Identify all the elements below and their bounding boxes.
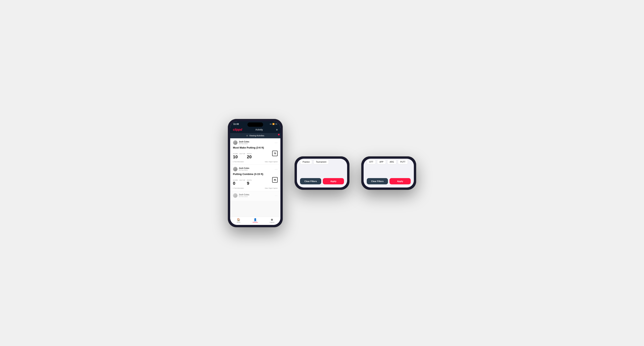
- user-name-3: Josh Coles: [239, 193, 249, 196]
- screen-content-1: Josh Coles 28 Feb 2023 ··· Must Make Put…: [230, 138, 280, 217]
- score-label-2: Score: [233, 179, 238, 181]
- data-info-2: Data: Clippd Capture: [265, 187, 278, 189]
- user-date-2: 28 Feb 2023: [239, 169, 249, 171]
- out-of-1: OUT OF: [240, 153, 245, 155]
- battery-icon: 31: [275, 123, 277, 125]
- shots-label-1: Shots: [247, 153, 252, 154]
- more-dots-3[interactable]: ···: [275, 194, 278, 197]
- shot-quality-badge-2: 45: [272, 177, 278, 182]
- home-label: Home: [237, 222, 240, 223]
- scene: 11:33 ▪▪▪ 📶 31 clippd Activity ≡ ⚙ Viewi…: [216, 107, 428, 239]
- card-header-2: Josh Coles 28 Feb 2023 ···: [233, 167, 278, 172]
- shots-value-1: 20: [247, 154, 252, 159]
- filter-icon-1: ⚙: [246, 135, 248, 137]
- status-bar-1: 11:33 ▪▪▪ 📶 31: [230, 121, 280, 126]
- phone-2: 11:33 ▪▪▪ 📶 31 clippd Activity ≡ ⚙ Viewi…: [294, 156, 350, 190]
- spacer-2: [300, 167, 344, 175]
- card-footer-2: ℹ Test Information Data: Clippd Capture: [233, 187, 278, 189]
- drills-buttons-3: OTT APP ARG PUTT: [367, 160, 411, 164]
- activity-card-1: Josh Coles 28 Feb 2023 ··· Must Make Put…: [230, 138, 280, 165]
- score-value-2: 0: [233, 181, 235, 186]
- notification-dot-1: [278, 134, 280, 135]
- more-dots-1[interactable]: ···: [275, 141, 278, 144]
- filter-modal-2: Filter ✕ Show Rounds Practice Drills Rou…: [297, 159, 347, 187]
- apply-btn-3[interactable]: Apply: [390, 178, 411, 184]
- phone-1: 11:33 ▪▪▪ 📶 31 clippd Activity ≡ ⚙ Viewi…: [228, 119, 283, 227]
- status-icons-1: ▪▪▪ 📶 31: [270, 123, 277, 125]
- clear-filters-btn-3[interactable]: Clear Filters: [367, 178, 388, 184]
- activity-card-3: Josh Coles 28 Feb 2023 ···: [230, 191, 280, 201]
- user-name-1: Josh Coles: [239, 141, 249, 143]
- out-of-2: OUT OF: [240, 179, 245, 181]
- user-date-3: 28 Feb 2023: [239, 196, 249, 197]
- viewing-text-1: Viewing Activities: [249, 135, 264, 137]
- score-value-1: 10: [233, 154, 238, 159]
- apply-btn-2[interactable]: Apply: [323, 178, 344, 184]
- activities-label: Activities: [252, 222, 258, 223]
- more-dots-2[interactable]: ···: [275, 168, 278, 171]
- time-1: 11:33: [233, 123, 239, 125]
- putt-btn-3[interactable]: PUTT: [398, 160, 408, 164]
- data-info-1: Data: Clippd Capture: [265, 161, 278, 163]
- phone-3: 11:33 ▪▪▪ 📶 31 clippd Activity ≡ ⚙ Viewi…: [361, 156, 416, 190]
- nav-capture-1[interactable]: ⊕ Capture: [264, 218, 280, 223]
- header-title-1: Activity: [255, 128, 263, 131]
- drills-section-3: Practice Drills OTT APP ARG PUTT: [367, 159, 411, 164]
- rounds-section-2: Rounds Practice Tournament: [300, 159, 344, 164]
- card-header-1: Josh Coles 28 Feb 2023 ···: [233, 140, 278, 145]
- arg-btn-3[interactable]: ARG: [387, 160, 396, 164]
- user-name-2: Josh Coles: [239, 167, 249, 169]
- spacer-3: [367, 167, 411, 175]
- card-header-3: Josh Coles 28 Feb 2023 ···: [233, 193, 278, 198]
- avatar-3: [233, 193, 238, 198]
- clear-filters-btn-2[interactable]: Clear Filters: [300, 178, 321, 184]
- phone-2-screen: 11:33 ▪▪▪ 📶 31 clippd Activity ≡ ⚙ Viewi…: [297, 159, 347, 187]
- rounds-buttons-2: Practice Tournament: [300, 160, 344, 164]
- test-info-1: ℹ Test Information: [233, 161, 244, 163]
- modal-actions-2: Clear Filters Apply: [300, 178, 344, 184]
- card-footer-1: ℹ Test Information Data: Clippd Capture: [233, 161, 278, 163]
- avatar-1: [233, 140, 238, 145]
- score-group-1: Score 10: [233, 153, 238, 160]
- activity-title-2: Putting Combine (3-15 ft): [233, 173, 278, 175]
- logo-1: clippd: [233, 128, 242, 132]
- user-details-1: Josh Coles 28 Feb 2023: [239, 141, 249, 145]
- shots-group-1: Shots 20: [247, 153, 252, 160]
- phone-3-screen: 11:33 ▪▪▪ 📶 31 clippd Activity ≡ ⚙ Viewi…: [364, 159, 414, 187]
- capture-label: Capture: [270, 222, 274, 223]
- hamburger-icon-1[interactable]: ≡: [276, 128, 278, 131]
- stats-row-2: Score 0 OUT OF Shots 9 45: [233, 177, 278, 186]
- nav-home-1[interactable]: 🏠 Home: [230, 218, 247, 223]
- avatar-2: [233, 167, 238, 172]
- user-details-3: Josh Coles 28 Feb 2023: [239, 193, 249, 197]
- filter-modal-3: Filter ✕ Show Rounds Practice Drills Pra…: [364, 159, 414, 187]
- user-info-2: Josh Coles 28 Feb 2023: [233, 167, 249, 172]
- wifi-icon: 📶: [272, 123, 274, 125]
- shots-value-2: 9: [247, 181, 249, 186]
- home-icon: 🏠: [237, 218, 240, 221]
- user-info-3: Josh Coles 28 Feb 2023: [233, 193, 249, 198]
- activity-card-2: Josh Coles 28 Feb 2023 ··· Putting Combi…: [230, 165, 280, 191]
- app-header-1: clippd Activity ≡: [230, 126, 280, 133]
- signal-icon: ▪▪▪: [270, 123, 272, 125]
- shots-label-2: Shots: [247, 179, 252, 181]
- stats-row-1: Score 10 OUT OF Shots 20 75: [233, 151, 278, 160]
- user-date-1: 28 Feb 2023: [239, 143, 249, 145]
- phone-1-screen: 11:33 ▪▪▪ 📶 31 clippd Activity ≡ ⚙ Viewi…: [230, 121, 280, 225]
- score-group-2: Score 0: [233, 179, 238, 186]
- test-info-2: ℹ Test Information: [233, 187, 244, 189]
- viewing-banner-1[interactable]: ⚙ Viewing Activities: [230, 133, 280, 138]
- user-info-1: Josh Coles 28 Feb 2023: [233, 140, 249, 145]
- tournament-round-btn-2[interactable]: Tournament: [313, 160, 329, 164]
- nav-activities-1[interactable]: 👤 Activities: [247, 218, 264, 223]
- activities-icon: 👤: [254, 218, 257, 221]
- bottom-nav-1: 🏠 Home 👤 Activities ⊕ Capture: [230, 217, 280, 225]
- capture-icon: ⊕: [271, 218, 273, 221]
- shot-quality-value-2: 45: [274, 179, 276, 181]
- practice-round-btn-2[interactable]: Practice: [300, 160, 312, 164]
- ott-btn-3[interactable]: OTT: [367, 160, 376, 164]
- app-btn-3[interactable]: APP: [377, 160, 386, 164]
- score-label-1: Score: [233, 153, 238, 154]
- activity-title-1: Must Make Putting (3-6 ft): [233, 146, 278, 149]
- user-details-2: Josh Coles 28 Feb 2023: [239, 167, 249, 171]
